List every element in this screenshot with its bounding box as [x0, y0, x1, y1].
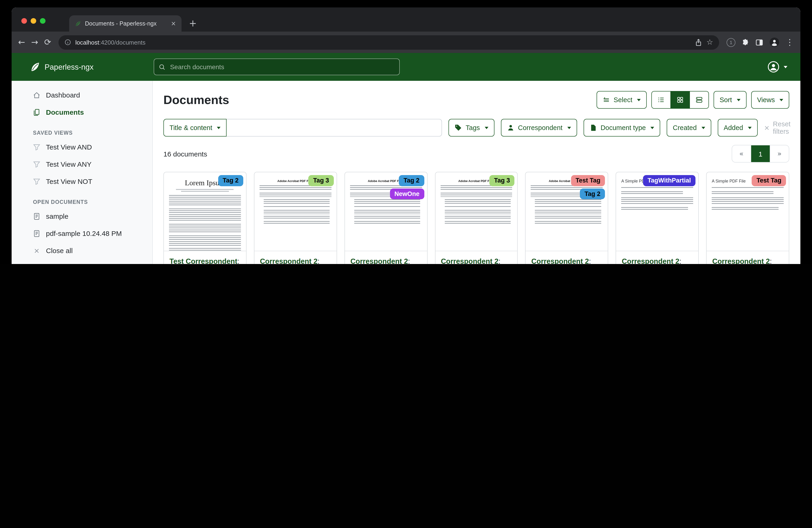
document-card: Adobe Acrobat PDF FilesTag 3Corresponden… [435, 172, 518, 264]
correspondent-link[interactable]: Correspondent 2 [622, 257, 679, 264]
tag-badge[interactable]: Tag 2 [580, 188, 605, 199]
document-grid: Lorem IpsumTag 2Test Correspondent: A Sa… [163, 172, 789, 264]
tag-badge[interactable]: NewOne [390, 188, 424, 199]
document-card-title: Correspondent 2: pdf-sample 10.24.48 PM [345, 251, 427, 264]
browser-profile-icon[interactable] [769, 37, 780, 47]
close-icon: × [764, 124, 769, 131]
reset-filters-button[interactable]: × Reset filters [764, 120, 791, 135]
paperless-favicon-leaf-icon [75, 20, 81, 27]
tag-badge[interactable]: Tag 3 [308, 175, 334, 186]
window-close-button[interactable] [21, 18, 27, 24]
window-minimize-button[interactable] [31, 18, 36, 24]
address-bar[interactable]: localhost:4200/documents ☆ [59, 35, 719, 49]
correspondent-link[interactable]: Correspondent 2 [260, 257, 318, 264]
views-button[interactable]: Views [751, 91, 789, 109]
pagination-first-button[interactable]: « [732, 145, 751, 162]
sort-button[interactable]: Sort [714, 91, 746, 109]
document-thumbnail[interactable]: A Simple PDF FileTest Tag [707, 172, 789, 251]
side-panel-icon[interactable] [755, 38, 763, 46]
document-card-title: Correspondent 2: pdf-sample 10.24.48 PM [255, 251, 337, 264]
stack-view-icon [695, 96, 703, 103]
select-button[interactable]: Select [596, 91, 647, 109]
tag-badge[interactable]: Test Tag [752, 175, 786, 186]
document-thumbnail[interactable]: Adobe Acrobat PDF FilesTag 3 [435, 172, 518, 251]
correspondent-link[interactable]: Correspondent 2 [712, 257, 770, 264]
list-view-button[interactable] [652, 91, 670, 108]
global-search[interactable] [154, 58, 400, 75]
site-info-icon[interactable] [65, 39, 71, 45]
page-title: Documents [163, 92, 229, 107]
tag-badge[interactable]: Tag 2 [218, 175, 243, 186]
document-card: A Simple PDF FileTest TagCorrespondent 2… [706, 172, 789, 264]
user-menu[interactable] [767, 61, 787, 73]
correspondent-link[interactable]: Correspondent 2 [441, 257, 498, 264]
tag-badge-stack: Tag 3 [308, 175, 334, 186]
tag-badge[interactable]: Tag 2 [399, 175, 424, 186]
sidebar-item-open-doc-sample[interactable]: sample [12, 208, 152, 225]
sidebar: Dashboard Documents SAVED VIEWS Test Vie… [12, 81, 153, 264]
bookmark-star-icon[interactable]: ☆ [706, 39, 713, 46]
tag-badge[interactable]: Tag 3 [489, 175, 514, 186]
search-input[interactable] [169, 63, 395, 71]
tag-badge[interactable]: TagWithPartial [643, 175, 696, 186]
tags-filter-button[interactable]: Tags [449, 119, 494, 137]
sidebar-item-saved-view-any[interactable]: Test View ANY [12, 156, 152, 173]
document-type-filter-button[interactable]: Document type [583, 119, 660, 137]
tag-badge-stack: Tag 2NewOne [390, 175, 424, 199]
chevron-down-icon [567, 127, 571, 129]
title-content-dropdown[interactable]: Title & content [163, 119, 227, 137]
correspondent-link[interactable]: Correspondent 2 [531, 257, 589, 264]
grid-view-button[interactable] [670, 91, 690, 108]
sidebar-item-documents[interactable]: Documents [12, 103, 152, 121]
share-icon[interactable] [694, 38, 702, 46]
pagination-last-button[interactable]: » [770, 145, 789, 162]
grid-view-icon [677, 96, 684, 103]
filter-query-input[interactable] [227, 119, 442, 137]
sidebar-item-saved-view-and[interactable]: Test View AND [12, 138, 152, 156]
created-filter-button[interactable]: Created [667, 119, 711, 137]
search-icon [159, 63, 165, 70]
document-thumbnail[interactable]: Adobe Acrobat PDF FilesTest TagTag 2 [526, 172, 608, 251]
password-manager-icon[interactable]: 1 [727, 38, 735, 47]
correspondent-filter-button[interactable]: Correspondent [501, 119, 577, 137]
extensions-puzzle-icon[interactable] [741, 38, 749, 46]
window-zoom-button[interactable] [40, 18, 45, 24]
app-brand[interactable]: Paperless-ngx [29, 61, 93, 72]
pagination-page-1[interactable]: 1 [751, 145, 770, 162]
sidebar-item-dashboard[interactable]: Dashboard [12, 86, 152, 103]
tab-title: Documents - Paperless-ngx [85, 20, 167, 27]
view-mode-toggle [651, 91, 709, 109]
sidebar-item-close-all[interactable]: × Close all [12, 242, 152, 259]
document-thumbnail[interactable]: A Simple PDF FileTagWithPartial [616, 172, 698, 251]
back-icon[interactable]: ← [18, 38, 25, 46]
file-text-icon [33, 230, 40, 237]
document-thumbnail[interactable]: Adobe Acrobat PDF FilesTag 3 [255, 172, 337, 251]
document-card: Adobe Acrobat PDF FilesTag 3Corresponden… [254, 172, 337, 264]
new-tab-button[interactable]: + [189, 18, 197, 29]
document-count: 16 documents [163, 150, 207, 158]
app-brand-label: Paperless-ngx [45, 62, 93, 71]
document-card: Lorem IpsumTag 2Test Correspondent: A Sa… [163, 172, 247, 264]
tag-icon [454, 124, 462, 131]
tag-badge[interactable]: Test Tag [571, 175, 605, 186]
document-card: Adobe Acrobat PDF FilesTest TagTag 2Corr… [525, 172, 608, 264]
correspondent-link[interactable]: Test Correspondent [170, 257, 237, 264]
sidebar-item-saved-view-not[interactable]: Test View NOT [12, 173, 152, 190]
reload-icon[interactable]: ⟳ [44, 38, 51, 46]
browser-tab[interactable]: Documents - Paperless-ngx × [69, 15, 182, 32]
sidebar-item-open-doc-pdf-sample[interactable]: pdf-sample 10.24.48 PM [12, 225, 152, 242]
forward-icon[interactable]: → [31, 38, 38, 46]
tab-close-icon[interactable]: × [171, 20, 176, 27]
correspondent-link[interactable]: Correspondent 2 [350, 257, 408, 264]
document-thumbnail[interactable]: Lorem IpsumTag 2 [164, 172, 246, 251]
tag-badge-stack: Tag 3 [489, 175, 514, 186]
pagination: « 1 » [732, 145, 789, 162]
document-card: Adobe Acrobat PDF FilesTag 2NewOneCorres… [344, 172, 427, 264]
browser-menu-icon[interactable]: ⋮ [785, 38, 794, 46]
browser-window: Documents - Paperless-ngx × + ← → ⟳ loca… [12, 8, 800, 264]
chevron-down-icon [484, 127, 488, 129]
added-filter-button[interactable]: Added [717, 119, 757, 137]
detail-view-button[interactable] [690, 91, 709, 108]
main-content: Documents Select Sort Views [153, 81, 800, 264]
document-thumbnail[interactable]: Adobe Acrobat PDF FilesTag 2NewOne [345, 172, 427, 251]
